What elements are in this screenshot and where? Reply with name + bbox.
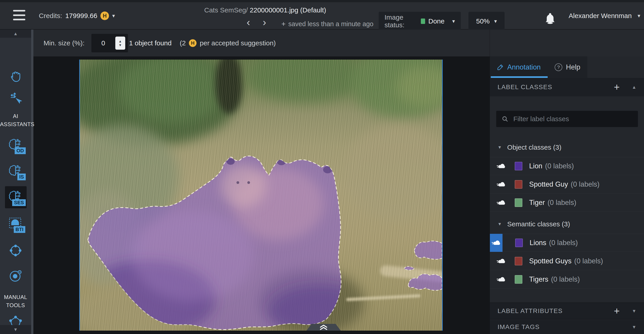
- next-image-button[interactable]: ›: [263, 18, 266, 27]
- zoom-level-dropdown[interactable]: 50% ▾: [468, 12, 504, 31]
- zoom-level-value: 50%: [476, 18, 490, 25]
- tab-help-label: Help: [566, 63, 580, 71]
- label-attributes-header[interactable]: LABEL ATTRIBUTES + ▼: [490, 302, 644, 320]
- image-canvas[interactable]: [79, 60, 443, 330]
- tab-annotation-label: Annotation: [507, 63, 541, 71]
- class-color-swatch: [515, 238, 523, 247]
- brain-is-icon: IS: [8, 164, 23, 179]
- notifications-bell-icon[interactable]: [544, 12, 556, 24]
- ai-suggestion-cloud-icon[interactable]: [495, 253, 508, 269]
- user-name: Alexander Wennman: [569, 12, 632, 20]
- expand-section-icon[interactable]: ▼: [632, 308, 636, 314]
- class-row-lion[interactable]: Lion (0 labels): [490, 157, 644, 175]
- semantic-segmentation-assistant-button[interactable]: SES: [0, 190, 31, 205]
- min-size-label: Min. size (%):: [44, 39, 84, 47]
- active-tab-underline: [491, 76, 548, 78]
- box-to-instance-assistant-button[interactable]: BTI: [0, 217, 31, 232]
- chevron-down-icon: ▾: [638, 13, 640, 18]
- double-chevron-up-icon: [306, 324, 341, 330]
- search-icon: [502, 116, 508, 122]
- save-status-text: saved less than a minute ago: [288, 20, 374, 28]
- class-name: Lion: [529, 162, 542, 170]
- min-size-control: Min. size (%): ▲ ▼: [44, 30, 128, 56]
- sidebar-scrollbar[interactable]: [31, 30, 34, 334]
- class-row-tigers[interactable]: Tigers (0 labels): [490, 270, 644, 288]
- semantic-classes-group-header[interactable]: ▼ Semantic classes (3): [498, 220, 570, 228]
- tab-help[interactable]: ? Help: [548, 56, 587, 78]
- atom-tool-button[interactable]: [0, 270, 31, 282]
- image-status-value: Done: [428, 18, 444, 25]
- class-color-swatch: [515, 162, 522, 170]
- add-label-class-button[interactable]: +: [614, 84, 620, 90]
- class-row-spotted-guy[interactable]: Spotted Guy (0 labels): [490, 175, 644, 194]
- bottom-drawer-handle[interactable]: [306, 324, 341, 330]
- user-menu[interactable]: Alexander Wennman ▾: [569, 2, 640, 29]
- hasty-coin-icon: H: [189, 39, 196, 47]
- min-size-input-box: ▲ ▼: [92, 34, 128, 52]
- project-name[interactable]: Cats SemSeg/: [204, 6, 248, 14]
- ai-suggestion-cloud-icon[interactable]: [495, 158, 508, 174]
- filter-classes-input[interactable]: [513, 115, 632, 123]
- filter-classes-searchbox: [496, 111, 638, 127]
- annotation-panel: Annotation ? Help LABEL CLASSES + ▲ ▼ Ob…: [490, 30, 644, 334]
- hand-icon: [10, 70, 22, 83]
- tab-annotation[interactable]: Annotation: [490, 56, 548, 78]
- class-count: (0 labels): [571, 180, 600, 188]
- annotation-app: Credits: 179999.66 H ▾ Cats SemSeg/ 2200…: [0, 0, 644, 334]
- chevron-down-icon: ▾: [494, 18, 497, 24]
- object-classes-group-header[interactable]: ▼ Object classes (3): [498, 144, 562, 151]
- class-name: Tiger: [529, 198, 545, 207]
- contour-tool-button[interactable]: [0, 244, 31, 257]
- class-count: (0 labels): [545, 162, 574, 170]
- number-stepper[interactable]: ▲ ▼: [115, 36, 125, 50]
- credits-menu[interactable]: Credits: 179999.66 H ▾: [39, 2, 115, 29]
- segmentation-mask-overlay[interactable]: [80, 60, 442, 330]
- add-label-attribute-button[interactable]: +: [614, 308, 620, 314]
- class-row-tiger[interactable]: Tiger (0 labels): [490, 194, 644, 212]
- class-count: (0 labels): [549, 239, 578, 247]
- pan-tool-button[interactable]: [0, 70, 31, 83]
- brain-od-icon: OD: [8, 138, 23, 153]
- expand-caret-icon: ▼: [498, 222, 502, 226]
- chevron-down-icon[interactable]: ▾: [112, 13, 115, 18]
- plus-icon: +: [282, 20, 286, 28]
- credits-label: Credits:: [39, 12, 62, 20]
- ai-suggestion-cloud-icon[interactable]: [495, 176, 508, 192]
- class-count: (0 labels): [548, 198, 576, 207]
- image-tags-header[interactable]: IMAGE TAGS ▼: [490, 320, 644, 334]
- mask-patch: [408, 274, 442, 290]
- image-name: 2200000001.jpg (Default): [250, 6, 326, 14]
- expand-caret-icon: ▼: [498, 145, 502, 150]
- image-status-dropdown[interactable]: Image status: Done ▾: [379, 12, 461, 31]
- expand-section-icon[interactable]: ▼: [632, 324, 636, 330]
- help-circle-icon: ?: [555, 64, 562, 71]
- prev-image-button[interactable]: ‹: [247, 18, 250, 27]
- class-color-swatch: [515, 180, 522, 189]
- chevron-down-icon: ▾: [452, 18, 455, 24]
- ai-suggestion-cloud-icon-active[interactable]: [490, 234, 502, 252]
- class-color-swatch: [515, 198, 522, 207]
- stepper-up-icon[interactable]: ▲: [118, 40, 122, 43]
- class-row-lions-selected[interactable]: Lions (0 labels): [490, 234, 644, 252]
- panel-tabs: Annotation ? Help: [490, 56, 644, 78]
- instance-segmentation-assistant-button[interactable]: IS: [0, 164, 31, 179]
- ai-suggestion-cloud-icon[interactable]: [495, 271, 508, 288]
- class-color-swatch: [515, 275, 522, 284]
- breadcrumb: Cats SemSeg/ 2200000001.jpg (Default): [204, 6, 371, 14]
- hamburger-menu-icon[interactable]: [13, 10, 25, 20]
- semantic-classes-header-text: Semantic classes (3): [507, 220, 570, 228]
- sidebar-scroll-down-icon[interactable]: ▼: [0, 325, 31, 334]
- image-tags-title: IMAGE TAGS: [498, 324, 632, 330]
- stepper-down-icon[interactable]: ▼: [118, 44, 122, 46]
- class-row-spotted-guys[interactable]: Spotted Guys (0 labels): [490, 252, 644, 270]
- pencil-icon: [497, 64, 504, 71]
- min-size-input[interactable]: [92, 39, 115, 47]
- objects-found-text: 1 object found: [129, 39, 172, 47]
- ai-suggestion-cloud-icon[interactable]: [495, 194, 508, 211]
- collapse-section-icon[interactable]: ▲: [632, 85, 636, 90]
- object-detection-assistant-button[interactable]: OD: [0, 138, 31, 153]
- sidebar-scroll-up-icon[interactable]: ▲: [0, 30, 31, 38]
- move-tool-button[interactable]: [0, 92, 31, 106]
- image-status-label: Image status:: [384, 14, 418, 29]
- image-navigation: ‹ ›: [247, 18, 266, 27]
